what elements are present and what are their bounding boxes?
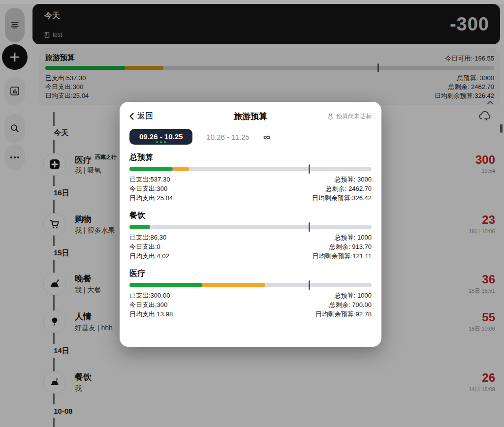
section-progress-bar xyxy=(129,283,372,287)
section-stats-right: 总预算: 3000 总剩余: 2462.70 日均剩余预算:326.42 xyxy=(312,175,372,203)
section-progress-today xyxy=(173,167,189,171)
section-daily-remaining: 日均剩余预算:121.11 xyxy=(313,251,372,261)
period-tab-current[interactable]: 09.26 - 10.25 xyxy=(129,129,192,145)
section-stats-left: 已支出:537.30 今日支出:300 日均支出:25.04 xyxy=(129,175,173,203)
back-chevron-icon xyxy=(129,113,134,120)
section-total-budget: 总预算: 1000 xyxy=(315,291,372,300)
section-stats-right: 总预算: 1000 总剩余: 700.00 日均剩余预算:92.78 xyxy=(315,291,372,319)
section-today-spent: 今日支出:300 xyxy=(129,300,173,309)
section-daily-avg: 日均支出:13.98 xyxy=(129,309,173,319)
section-time-marker xyxy=(309,280,310,290)
section-total-budget: 总预算: 3000 xyxy=(312,175,372,184)
medal-icon xyxy=(327,113,334,120)
section-daily-avg: 日均支出:4.02 xyxy=(129,251,169,261)
section-total-budget: 总预算: 1000 xyxy=(313,233,372,242)
section-progress-spent xyxy=(129,283,202,287)
section-progress-spent xyxy=(129,225,150,229)
section-stats-right: 总预算: 1000 总剩余: 913.70 日均剩余预算:121.11 xyxy=(313,233,372,261)
period-tabs: 09.26 - 10.25 10.26 - 11.25 ∞ xyxy=(129,129,372,145)
back-label: 返回 xyxy=(137,111,153,122)
section-title: 医疗 xyxy=(129,269,372,279)
section-progress-spent xyxy=(129,167,173,171)
section-time-marker xyxy=(309,222,310,232)
period-tab-infinity[interactable]: ∞ xyxy=(263,131,270,143)
budget-section-medical[interactable]: 医疗 已支出:300.00 今日支出:300 日均支出:13.98 总预算: 1… xyxy=(129,269,372,319)
section-progress-bar xyxy=(129,225,372,229)
section-title: 餐饮 xyxy=(129,211,372,221)
section-spent: 已支出:86.30 xyxy=(129,233,169,242)
section-stats: 已支出:300.00 今日支出:300 日均支出:13.98 总预算: 1000… xyxy=(129,291,372,319)
section-progress-today xyxy=(202,283,265,287)
section-title: 总预算 xyxy=(129,152,372,163)
section-progress-bar xyxy=(129,167,372,171)
section-today-spent: 今日支出:0 xyxy=(129,242,169,251)
modal-title: 旅游预算 xyxy=(193,111,308,122)
section-today-spent: 今日支出:300 xyxy=(129,184,173,193)
budget-status-badge: 预算尚未达标 xyxy=(308,112,372,121)
section-daily-avg: 日均支出:25.04 xyxy=(129,193,173,203)
section-total-remaining: 总剩余: 913.70 xyxy=(313,242,372,251)
section-daily-remaining: 日均剩余预算:326.42 xyxy=(312,193,372,203)
budget-status-label: 预算尚未达标 xyxy=(336,112,372,121)
budget-detail-modal: 返回 旅游预算 预算尚未达标 09.26 - 10.25 10.26 - 11.… xyxy=(120,102,381,347)
budget-section-total[interactable]: 总预算 已支出:537.30 今日支出:300 日均支出:25.04 总预算: … xyxy=(129,152,372,203)
section-total-remaining: 总剩余: 700.00 xyxy=(315,300,372,309)
section-stats-left: 已支出:300.00 今日支出:300 日均支出:13.98 xyxy=(129,291,173,319)
section-total-remaining: 总剩余: 2462.70 xyxy=(312,184,372,193)
section-daily-remaining: 日均剩余预算:92.78 xyxy=(315,309,372,319)
section-stats: 已支出:86.30 今日支出:0 日均支出:4.02 总预算: 1000 总剩余… xyxy=(129,233,372,261)
section-spent: 已支出:537.30 xyxy=(129,175,173,184)
section-stats: 已支出:537.30 今日支出:300 日均支出:25.04 总预算: 3000… xyxy=(129,175,372,203)
period-tab-label: 09.26 - 10.25 xyxy=(139,132,183,141)
section-stats-left: 已支出:86.30 今日支出:0 日均支出:4.02 xyxy=(129,233,169,261)
back-button[interactable]: 返回 xyxy=(129,111,193,122)
section-time-marker xyxy=(309,164,310,174)
modal-header: 返回 旅游预算 预算尚未达标 xyxy=(129,110,372,122)
period-tab-next[interactable]: 10.26 - 11.25 xyxy=(206,133,249,141)
budget-section-dining[interactable]: 餐饮 已支出:86.30 今日支出:0 日均支出:4.02 总预算: 1000 … xyxy=(129,211,372,261)
section-spent: 已支出:300.00 xyxy=(129,291,173,300)
period-progress-dots xyxy=(156,141,166,143)
